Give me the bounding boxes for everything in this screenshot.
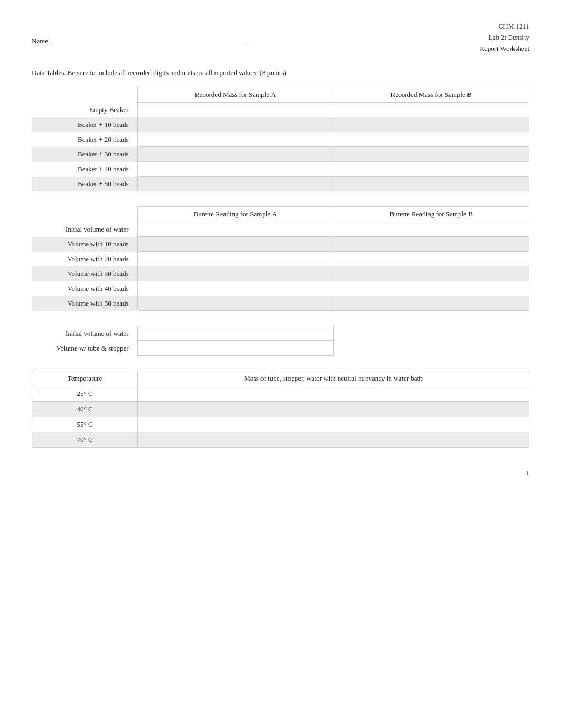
report-subtitle: Report Worksheet <box>480 43 529 54</box>
table-row: Beaker + 30 beads <box>32 147 529 162</box>
burette-b-cell[interactable] <box>333 252 529 266</box>
burette-b-cell[interactable] <box>333 222 529 237</box>
burette-a-cell[interactable] <box>137 252 333 266</box>
sample-a-cell[interactable] <box>137 147 333 162</box>
table-row: Volume w/ tube & stopper <box>32 341 529 356</box>
table4-section: Temperature Mass of tube, stopper, water… <box>32 371 529 448</box>
page-header: Name CHM 1211 Lab 2: Density Report Work… <box>32 21 529 54</box>
table-row: Initial volume of water <box>32 222 529 237</box>
empty-cell <box>333 341 529 356</box>
sample-a-cell[interactable] <box>137 117 333 132</box>
page-number: 1 <box>32 469 529 477</box>
table-row: Beaker + 40 beads <box>32 162 529 177</box>
instructions-text: Data Tables. Be sure to include all reco… <box>32 69 529 77</box>
table-row: Volume with 40 beads <box>32 281 529 296</box>
sample-a-cell[interactable] <box>137 162 333 177</box>
sample-b-cell[interactable] <box>333 103 529 117</box>
burette-col-a-header: Burette Reading for Sample A <box>137 207 333 222</box>
temp-label: 25° C <box>32 386 138 402</box>
lab-title: Lab 2: Density <box>480 32 529 43</box>
sample-b-cell[interactable] <box>333 162 529 177</box>
burette-b-cell[interactable] <box>333 296 529 311</box>
table-row: Empty Beaker <box>32 103 529 117</box>
sample-a-cell[interactable] <box>137 177 333 191</box>
row-label: Initial volume of water <box>32 326 137 341</box>
row-label: Volume with 40 beads <box>32 281 137 296</box>
row-label: Volume with 20 beads <box>32 252 137 266</box>
temp-col-header: Temperature <box>32 371 138 386</box>
row-label: Beaker + 40 beads <box>32 162 137 177</box>
row-label: Empty Beaker <box>32 103 137 117</box>
sample-a-cell[interactable] <box>137 132 333 147</box>
table1-section: Recorded Mass for Sample A Recorded Mass… <box>32 87 529 191</box>
temp-label: 40° C <box>32 402 138 417</box>
mass-cell[interactable] <box>138 402 529 417</box>
table-row: Beaker + 50 beads <box>32 177 529 191</box>
burette-a-cell[interactable] <box>137 237 333 252</box>
burette-b-cell[interactable] <box>333 281 529 296</box>
temp-label: 55° C <box>32 417 138 432</box>
table-row: 25° C <box>32 386 529 402</box>
table-row: 55° C <box>32 417 529 432</box>
row-label: Beaker + 20 beads <box>32 132 137 147</box>
table2-section: Burette Reading for Sample A Burette Rea… <box>32 206 529 311</box>
mass-table-empty-header <box>32 87 137 103</box>
sample-a-cell[interactable] <box>137 103 333 117</box>
mass-table-header: Recorded Mass for Sample A Recorded Mass… <box>32 87 529 103</box>
name-underline[interactable] <box>51 37 247 45</box>
table-row: Volume with 10 beads <box>32 237 529 252</box>
volume-table: Initial volume of water Volume w/ tube &… <box>32 326 529 356</box>
mass-cell[interactable] <box>138 432 529 448</box>
volume-cell[interactable] <box>137 341 333 356</box>
row-label: Beaker + 50 beads <box>32 177 137 191</box>
table-row: Beaker + 20 beads <box>32 132 529 147</box>
table-row: Initial volume of water <box>32 326 529 341</box>
table-row: 70° C <box>32 432 529 448</box>
mass-cell[interactable] <box>138 417 529 432</box>
course-title: CHM 1211 <box>480 21 529 32</box>
temp-label: 70° C <box>32 432 138 448</box>
mass-cell[interactable] <box>138 386 529 402</box>
sample-b-cell[interactable] <box>333 147 529 162</box>
sample-b-cell[interactable] <box>333 177 529 191</box>
top-right-info: CHM 1211 Lab 2: Density Report Worksheet <box>480 21 529 54</box>
burette-a-cell[interactable] <box>137 222 333 237</box>
burette-table: Burette Reading for Sample A Burette Rea… <box>32 206 529 311</box>
mass-table: Recorded Mass for Sample A Recorded Mass… <box>32 87 529 191</box>
mass-col-header: Mass of tube, stopper, water with neutra… <box>138 371 529 386</box>
burette-b-cell[interactable] <box>333 266 529 281</box>
burette-b-cell[interactable] <box>333 237 529 252</box>
sample-b-cell[interactable] <box>333 132 529 147</box>
table-row: Volume with 20 beads <box>32 252 529 266</box>
burette-empty-header <box>32 207 137 222</box>
row-label: Volume w/ tube & stopper <box>32 341 137 356</box>
burette-table-header: Burette Reading for Sample A Burette Rea… <box>32 207 529 222</box>
table-row: Volume with 30 beads <box>32 266 529 281</box>
temp-table-header: Temperature Mass of tube, stopper, water… <box>32 371 529 386</box>
mass-col-b-header: Recorded Mass for Sample B <box>333 87 529 103</box>
mass-col-a-header: Recorded Mass for Sample A <box>137 87 333 103</box>
empty-cell <box>333 326 529 341</box>
burette-col-b-header: Burette Reading for Sample B <box>333 207 529 222</box>
row-label: Beaker + 10 beads <box>32 117 137 132</box>
burette-a-cell[interactable] <box>137 281 333 296</box>
row-label: Volume with 50 beads <box>32 296 137 311</box>
temperature-table: Temperature Mass of tube, stopper, water… <box>32 371 529 448</box>
table-row: Volume with 50 beads <box>32 296 529 311</box>
burette-a-cell[interactable] <box>137 296 333 311</box>
table3-section: Initial volume of water Volume w/ tube &… <box>32 326 529 356</box>
table-row: 40° C <box>32 402 529 417</box>
row-label: Beaker + 30 beads <box>32 147 137 162</box>
name-field-area: Name <box>32 37 247 45</box>
row-label: Volume with 10 beads <box>32 237 137 252</box>
sample-b-cell[interactable] <box>333 117 529 132</box>
row-label: Initial volume of water <box>32 222 137 237</box>
row-label: Volume with 30 beads <box>32 266 137 281</box>
volume-cell[interactable] <box>137 326 333 341</box>
burette-a-cell[interactable] <box>137 266 333 281</box>
name-label: Name <box>32 37 48 45</box>
table-row: Beaker + 10 beads <box>32 117 529 132</box>
